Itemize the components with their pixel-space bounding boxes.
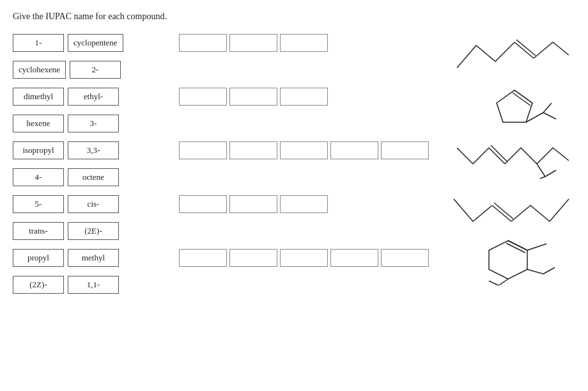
spacer-row-10 — [179, 273, 441, 297]
word-box-trans[interactable]: trans- — [13, 222, 64, 240]
structure-2 — [447, 82, 575, 131]
spacer-row-6 — [179, 165, 441, 189]
svg-line-6 — [543, 113, 556, 119]
answer-box[interactable] — [179, 34, 227, 52]
word-bank-row: 4- octene — [13, 165, 179, 189]
svg-line-7 — [543, 103, 552, 113]
word-box-4minus[interactable]: 4- — [13, 168, 64, 186]
answer-row-7 — [179, 192, 441, 216]
structure-3 — [447, 133, 575, 182]
answer-box[interactable] — [280, 249, 328, 267]
answer-row-3 — [179, 84, 441, 109]
word-box-dimethyl[interactable]: dimethyl — [13, 88, 64, 106]
answer-row-9 — [179, 246, 441, 270]
word-bank-row: 1- cyclopentene — [13, 31, 179, 55]
answer-box[interactable] — [381, 249, 429, 267]
answer-box[interactable] — [179, 88, 227, 106]
answer-box[interactable] — [280, 141, 328, 159]
word-bank-row: (2Z)- 1,1- — [13, 273, 179, 297]
svg-line-18 — [499, 279, 508, 285]
structure-5 — [447, 235, 575, 284]
answer-box[interactable] — [229, 88, 277, 106]
answer-box[interactable] — [179, 195, 227, 213]
svg-line-10 — [537, 164, 545, 177]
answer-box[interactable] — [179, 141, 227, 159]
word-box-2minus[interactable]: 2- — [70, 61, 121, 79]
word-box-5minus[interactable]: 5- — [13, 195, 64, 213]
answer-box[interactable] — [280, 34, 328, 52]
word-box-3comma3minus[interactable]: 3,3- — [68, 141, 119, 159]
answer-box[interactable] — [330, 249, 378, 267]
structures-area — [441, 31, 575, 297]
svg-line-21 — [527, 269, 543, 274]
answer-box[interactable] — [280, 88, 328, 106]
word-bank-row: hexene 3- — [13, 111, 179, 136]
svg-line-23 — [527, 244, 546, 250]
answer-box[interactable] — [280, 195, 328, 213]
word-box-1comma1minus[interactable]: 1,1- — [68, 276, 119, 294]
structure-4 — [447, 184, 575, 233]
svg-line-9 — [491, 145, 507, 161]
svg-line-19 — [489, 281, 499, 285]
svg-line-12 — [540, 177, 545, 179]
word-box-methyl[interactable]: methyl — [68, 249, 119, 267]
answers-area — [179, 31, 441, 297]
word-bank-row: dimethyl ethyl- — [13, 84, 179, 109]
answer-box[interactable] — [229, 141, 277, 159]
word-bank: 1- cyclopentene cyclohexene 2- dimethyl … — [13, 31, 179, 297]
instruction: Give the IUPAC name for each compound. — [13, 12, 575, 22]
word-box-cyclopentene[interactable]: cyclopentene — [68, 34, 123, 52]
word-box-cis[interactable]: cis- — [68, 195, 119, 213]
word-box-3minus[interactable]: 3- — [68, 115, 119, 132]
word-box-octene[interactable]: octene — [68, 168, 119, 186]
svg-line-1 — [516, 40, 536, 56]
spacer-row-2 — [179, 58, 441, 82]
answer-row-1 — [179, 31, 441, 55]
svg-marker-15 — [489, 241, 527, 279]
answer-box[interactable] — [229, 249, 277, 267]
answer-box[interactable] — [229, 34, 277, 52]
svg-line-0 — [514, 42, 534, 58]
word-box-ethyl[interactable]: ethyl- — [68, 88, 119, 106]
answer-box[interactable] — [179, 249, 227, 267]
word-box-1minus[interactable]: 1- — [13, 34, 64, 52]
answer-box[interactable] — [229, 195, 277, 213]
word-bank-row: cyclohexene 2- — [13, 58, 179, 82]
answer-box[interactable] — [381, 141, 429, 159]
svg-line-22 — [543, 267, 555, 274]
word-box-cyclohexene[interactable]: cyclohexene — [13, 61, 66, 79]
svg-line-11 — [545, 170, 556, 177]
svg-marker-2 — [497, 90, 532, 122]
svg-line-8 — [489, 148, 505, 164]
svg-line-13 — [492, 205, 511, 221]
word-box-hexene[interactable]: hexene — [13, 115, 64, 132]
word-bank-row: propyl methyl — [13, 246, 179, 270]
word-bank-row: 5- cis- — [13, 192, 179, 216]
word-box-isopropyl[interactable]: isopropyl — [13, 141, 64, 159]
svg-line-14 — [494, 203, 513, 219]
word-box-2e[interactable]: (2E)- — [68, 222, 119, 240]
word-box-propyl[interactable]: propyl — [13, 249, 64, 267]
answer-row-5 — [179, 138, 441, 163]
word-box-2z[interactable]: (2Z)- — [13, 276, 64, 294]
spacer-row-8 — [179, 219, 441, 243]
structure-1 — [447, 31, 575, 79]
word-bank-row: isopropyl 3,3- — [13, 138, 179, 163]
spacer-row-4 — [179, 111, 441, 136]
answer-box[interactable] — [330, 141, 378, 159]
word-bank-row: trans- (2E)- — [13, 219, 179, 243]
